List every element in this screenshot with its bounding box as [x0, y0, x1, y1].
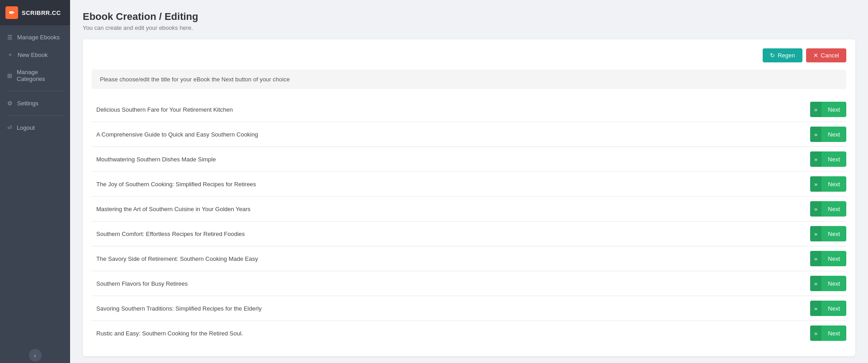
next-label: Next [821, 181, 846, 188]
new-ebook-icon: ＋ [7, 51, 13, 59]
title-row: Southern Comfort: Effortless Recipes for… [92, 222, 846, 246]
next-label: Next [821, 206, 846, 212]
next-icon: » [810, 301, 821, 316]
title-text-5: Mastering the Art of Southern Cuisine in… [92, 203, 810, 215]
next-icon: » [810, 151, 821, 167]
main-content: Ebook Creation / Editing You can create … [70, 0, 868, 363]
title-row: Mouthwatering Southern Dishes Made Simpl… [92, 147, 846, 172]
title-row: Rustic and Easy: Southern Cooking for th… [92, 321, 846, 345]
card-top-actions: ↻ Regen ✕ Cancel [92, 48, 846, 62]
sidebar-label-new-ebook: New Ebook [18, 52, 47, 58]
instruction-text: Please choose/edit the title for your eB… [100, 76, 290, 83]
titles-list: Delicious Southern Fare for Your Retirem… [92, 97, 846, 345]
logo-icon: ✏ [5, 6, 18, 19]
title-row: Savoring Southern Traditions: Simplified… [92, 296, 846, 321]
next-label: Next [821, 280, 846, 287]
next-button-4[interactable]: »Next [810, 176, 846, 192]
title-text-4: The Joy of Southern Cooking: Simplified … [92, 178, 810, 190]
next-label: Next [821, 156, 846, 163]
logout-icon: ⏎ [7, 124, 12, 131]
title-text-3: Mouthwatering Southern Dishes Made Simpl… [92, 153, 810, 165]
next-button-5[interactable]: »Next [810, 201, 846, 217]
sidebar-label-logout: Logout [17, 124, 35, 131]
next-label: Next [821, 231, 846, 237]
next-icon: » [810, 201, 821, 217]
regen-button[interactable]: ↻ Regen [763, 48, 802, 62]
next-icon: » [810, 251, 821, 266]
next-button-2[interactable]: »Next [810, 127, 846, 142]
sidebar-label-manage-ebooks: Manage Ebooks [17, 34, 60, 41]
cancel-label: Cancel [821, 52, 839, 59]
next-icon: » [810, 226, 821, 241]
sidebar-item-new-ebook[interactable]: ＋ New Ebook [0, 46, 70, 64]
sidebar-label-settings: Settings [17, 100, 38, 107]
next-button-6[interactable]: »Next [810, 226, 846, 241]
title-text-6: Southern Comfort: Effortless Recipes for… [92, 228, 810, 240]
title-row: Mastering the Art of Southern Cuisine in… [92, 197, 846, 222]
next-icon: » [810, 176, 821, 192]
title-text-8: Southern Flavors for Busy Retirees [92, 278, 810, 290]
title-text-9: Savoring Southern Traditions: Simplified… [92, 302, 810, 315]
next-button-10[interactable]: »Next [810, 325, 846, 341]
page-subtitle: You can create and edit your ebooks here… [83, 24, 855, 31]
sidebar-item-settings[interactable]: ⚙ Settings [0, 95, 70, 112]
next-label: Next [821, 255, 846, 262]
sidebar-item-manage-categories[interactable]: ⊞ Manage Categories [0, 64, 70, 87]
cancel-icon: ✕ [813, 52, 818, 59]
next-label: Next [821, 106, 846, 113]
logo-text: SCRIBRR.CC [22, 9, 61, 16]
logo: ✏ SCRIBRR.CC [0, 0, 70, 25]
next-button-8[interactable]: »Next [810, 276, 846, 291]
next-icon: » [810, 276, 821, 291]
next-icon: » [810, 102, 821, 117]
main-card: ↻ Regen ✕ Cancel Please choose/edit the … [83, 39, 855, 356]
sidebar-collapse-button[interactable]: ‹ [29, 349, 42, 362]
title-text-10: Rustic and Easy: Southern Cooking for th… [92, 327, 810, 339]
sidebar-label-manage-categories: Manage Categories [17, 69, 63, 82]
regen-icon: ↻ [770, 52, 775, 59]
instruction-box: Please choose/edit the title for your eB… [92, 70, 846, 89]
next-label: Next [821, 131, 846, 138]
next-button-7[interactable]: »Next [810, 251, 846, 266]
title-row: Southern Flavors for Busy Retirees»Next [92, 271, 846, 296]
title-row: Delicious Southern Fare for Your Retirem… [92, 97, 846, 122]
nav-divider [7, 91, 63, 91]
sidebar-nav: ☰ Manage Ebooks ＋ New Ebook ⊞ Manage Cat… [0, 25, 70, 344]
sidebar: ✏ SCRIBRR.CC ☰ Manage Ebooks ＋ New Ebook… [0, 0, 70, 363]
sidebar-item-manage-ebooks[interactable]: ☰ Manage Ebooks [0, 29, 70, 46]
cancel-button[interactable]: ✕ Cancel [806, 48, 846, 62]
next-button-3[interactable]: »Next [810, 151, 846, 167]
page-title: Ebook Creation / Editing [83, 11, 855, 23]
categories-icon: ⊞ [7, 72, 12, 79]
ebooks-icon: ☰ [7, 34, 13, 41]
nav-divider-2 [7, 115, 63, 116]
title-text-7: The Savory Side of Retirement: Southern … [92, 253, 810, 265]
title-row: The Joy of Southern Cooking: Simplified … [92, 172, 846, 197]
next-button-9[interactable]: »Next [810, 301, 846, 316]
settings-icon: ⚙ [7, 100, 13, 107]
next-label: Next [821, 330, 846, 337]
title-text-2: A Comprehensive Guide to Quick and Easy … [92, 128, 810, 141]
next-icon: » [810, 325, 821, 341]
next-button-1[interactable]: »Next [810, 102, 846, 117]
regen-label: Regen [778, 52, 795, 59]
sidebar-item-logout[interactable]: ⏎ Logout [0, 119, 70, 136]
title-text-1: Delicious Southern Fare for Your Retirem… [92, 104, 810, 116]
title-row: A Comprehensive Guide to Quick and Easy … [92, 122, 846, 147]
next-icon: » [810, 127, 821, 142]
title-row: The Savory Side of Retirement: Southern … [92, 246, 846, 271]
next-label: Next [821, 305, 846, 312]
